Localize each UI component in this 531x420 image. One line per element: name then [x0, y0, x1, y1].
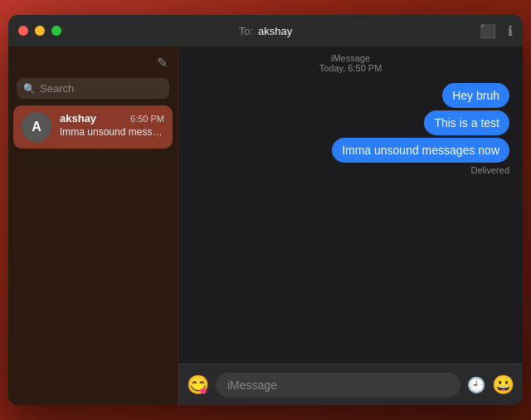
conv-preview: Imma unsound messages now: [60, 126, 164, 138]
chat-service: iMessage: [178, 53, 523, 63]
conv-info: akshay 6:50 PM Imma unsound messages now: [60, 112, 164, 138]
search-bar[interactable]: 🔍: [17, 78, 169, 99]
delivered-label: Delivered: [471, 165, 509, 175]
avatar: A: [22, 112, 51, 142]
close-button[interactable]: [18, 26, 28, 36]
search-input[interactable]: [40, 82, 163, 95]
titlebar: To: akshay ⬛ ℹ: [8, 15, 523, 46]
titlebar-right: ⬛ ℹ: [480, 23, 513, 39]
info-icon[interactable]: ℹ: [508, 23, 513, 39]
input-area: 😋 🕘 😀: [178, 364, 523, 405]
conversation-item[interactable]: A akshay 6:50 PM Imma unsound messages n…: [13, 105, 173, 149]
emoji-right-button[interactable]: 😀: [492, 374, 514, 396]
message-bubble-3: Imma unsound messages now: [332, 138, 509, 163]
messages: Hey bruh This is a test Imma unsound mes…: [178, 76, 523, 364]
titlebar-center: To: akshay: [239, 25, 293, 37]
recipient-name: akshay: [258, 25, 292, 37]
video-icon[interactable]: ⬛: [480, 23, 496, 39]
messages-window: To: akshay ⬛ ℹ ✎ 🔍 A aksha: [8, 15, 523, 405]
audio-icon[interactable]: 🕘: [467, 376, 485, 394]
emoji-left-button[interactable]: 😋: [187, 374, 209, 396]
content: ✎ 🔍 A akshay 6:50 PM Imma unsound messag…: [8, 46, 523, 405]
minimize-button[interactable]: [35, 26, 45, 36]
sidebar-header: ✎: [8, 46, 178, 78]
conv-name: akshay: [60, 112, 96, 125]
to-label: To:: [239, 25, 253, 37]
conv-top: akshay 6:50 PM: [60, 112, 164, 125]
maximize-button[interactable]: [51, 26, 61, 36]
chat-timestamp: Today, 6:50 PM: [178, 63, 523, 73]
compose-button[interactable]: ✎: [157, 55, 168, 71]
message-bubble-2: This is a test: [424, 110, 509, 135]
chat-header-info: iMessage Today, 6:50 PM: [178, 46, 523, 76]
message-bubble-1: Hey bruh: [442, 83, 509, 108]
search-icon: 🔍: [23, 83, 36, 95]
traffic-lights: [18, 26, 61, 36]
sidebar: ✎ 🔍 A akshay 6:50 PM Imma unsound messag…: [8, 46, 178, 405]
conv-time: 6:50 PM: [130, 114, 164, 124]
message-row: Hey bruh This is a test Imma unsound mes…: [192, 83, 509, 175]
chat-area: iMessage Today, 6:50 PM Hey bruh This is…: [178, 46, 523, 405]
message-input[interactable]: [216, 373, 460, 398]
